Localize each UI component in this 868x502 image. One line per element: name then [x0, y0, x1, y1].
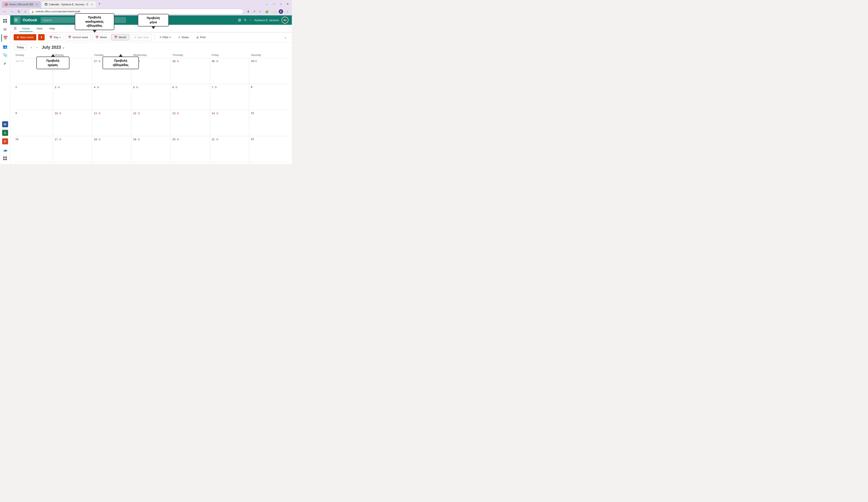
- cal-cell-1-5[interactable]: 7 ⊕: [210, 84, 249, 110]
- user-avatar[interactable]: KI: [281, 17, 288, 23]
- day-view-btn[interactable]: 📅 Day ▾: [46, 34, 63, 40]
- cal-cell-1-3[interactable]: 5 ⊕: [131, 84, 171, 110]
- user-name: Kyriacos E. Iacovou: [255, 19, 279, 22]
- prev-month-btn[interactable]: ‹: [29, 45, 34, 50]
- new-tab-btn[interactable]: +: [97, 2, 103, 6]
- sidebar-icon-people[interactable]: 👥: [1, 43, 9, 50]
- download-icon[interactable]: ⬇: [246, 9, 251, 14]
- close-btn[interactable]: ✕: [285, 2, 291, 6]
- add-event-icon-3-2[interactable]: ⊕: [98, 137, 101, 141]
- cal-cell-0-5[interactable]: 30 ⊕: [210, 58, 249, 84]
- add-event-icon-0-5[interactable]: ⊕: [216, 59, 218, 63]
- annotation-academic-week: Προβολήακαδημαϊκήςεβδομάδας: [75, 13, 114, 30]
- compose-icon[interactable]: ✎: [244, 18, 247, 22]
- next-month-btn[interactable]: ›: [34, 45, 39, 50]
- cal-cell-1-0[interactable]: 2: [14, 84, 53, 110]
- cal-cell-2-6[interactable]: 15: [249, 110, 288, 136]
- cal-cell-0-6[interactable]: Jul 1: [249, 58, 288, 84]
- cal-cell-1-1[interactable]: 3 ⊕: [53, 84, 92, 110]
- month-title[interactable]: July 2023 ⌄: [42, 45, 65, 50]
- sidebar-icon-apps[interactable]: [1, 155, 9, 162]
- cal-cell-3-6[interactable]: 22: [249, 136, 288, 162]
- add-event-icon-3-3[interactable]: ⊕: [137, 137, 140, 141]
- forward-btn[interactable]: →: [9, 9, 15, 14]
- sidebar-toggle-icon[interactable]: ⬜: [271, 9, 277, 14]
- add-event-icon-3-4[interactable]: ⊕: [177, 137, 179, 141]
- home-btn[interactable]: ⌂: [23, 9, 28, 14]
- add-event-icon-0-4[interactable]: ⊕: [177, 59, 179, 63]
- add-event-icon-2-2[interactable]: ⊕: [98, 112, 101, 115]
- cal-cell-1-4[interactable]: 6 ⊕: [171, 84, 210, 110]
- cal-cell-2-3[interactable]: 12 ⊕: [131, 110, 171, 136]
- add-event-icon-3-5[interactable]: ⊕: [216, 137, 218, 141]
- address-bar[interactable]: 🔒 outlook.office.com/calendar/view/month: [29, 9, 243, 14]
- nav-item-home[interactable]: Home: [19, 25, 33, 32]
- browser-tab-home[interactable]: G Home | Microsoft 365 ✕: [2, 1, 41, 8]
- cal-cell-3-2[interactable]: 18 ⊕: [92, 136, 131, 162]
- cal-cell-3-5[interactable]: 21 ⊕: [210, 136, 249, 162]
- add-event-icon-1-2[interactable]: ⊕: [97, 85, 99, 89]
- apps-icon[interactable]: ⊞: [238, 18, 241, 22]
- more-icon[interactable]: ···: [249, 18, 252, 22]
- extensions-icon[interactable]: 🧩: [264, 9, 270, 14]
- split-view-btn[interactable]: ⊡ Split view: [131, 34, 152, 40]
- add-event-icon-1-5[interactable]: ⊕: [215, 85, 217, 89]
- share-icon[interactable]: ↗: [252, 9, 257, 14]
- nav-item-view[interactable]: View: [33, 25, 45, 32]
- new-event-btn[interactable]: ⊞ New event: [14, 34, 36, 40]
- add-event-icon-0-2[interactable]: ⊕: [98, 59, 101, 63]
- add-event-icon-2-1[interactable]: ⊕: [59, 112, 62, 115]
- browser-tab-calendar[interactable]: 📅 Calendar - Kyriacos E. Iacovou - C ✕: [42, 1, 96, 8]
- sidebar-icon-onedrive[interactable]: ☁: [1, 146, 9, 154]
- sidebar-icon-excel[interactable]: X: [1, 129, 9, 137]
- tab-label-home: Home | Microsoft 365: [9, 3, 33, 6]
- filter-btn[interactable]: ≡ Filter ▾: [157, 34, 174, 40]
- maximize-btn[interactable]: □: [278, 2, 284, 6]
- browser-menu-icon[interactable]: ⋮: [285, 9, 290, 14]
- add-event-icon-2-4[interactable]: ⊕: [177, 112, 179, 115]
- cal-cell-2-2[interactable]: 11 ⊕: [92, 110, 131, 136]
- add-event-icon-1-3[interactable]: ⊕: [136, 85, 138, 89]
- star-icon[interactable]: ☆: [258, 9, 263, 14]
- sidebar-icon-todo[interactable]: ✔: [1, 60, 9, 67]
- sidebar-icon-ppt[interactable]: P: [1, 137, 9, 145]
- browser-user-avatar[interactable]: K: [278, 9, 284, 14]
- add-event-icon-2-3[interactable]: ⊕: [137, 112, 140, 115]
- school-week-view-btn[interactable]: 📅 School week: [65, 34, 91, 40]
- cal-cell-3-4[interactable]: 20 ⊕: [171, 136, 210, 162]
- new-event-dropdown-btn[interactable]: ▼: [38, 34, 44, 40]
- nav-chevron-btn[interactable]: ⌄: [264, 2, 270, 6]
- print-btn[interactable]: 🖨 Print: [193, 34, 208, 40]
- cal-cell-3-1[interactable]: 17 ⊕: [53, 136, 92, 162]
- add-event-icon-2-5[interactable]: ⊕: [216, 112, 218, 115]
- back-btn[interactable]: ←: [2, 9, 8, 14]
- cal-cell-2-0[interactable]: 9: [14, 110, 53, 136]
- refresh-btn[interactable]: ↻: [16, 9, 22, 14]
- collapse-btn[interactable]: ⌄: [282, 34, 288, 40]
- add-event-icon-3-1[interactable]: ⊕: [59, 137, 62, 141]
- cal-cell-0-4[interactable]: 29 ⊕: [171, 58, 210, 84]
- minimize-btn[interactable]: —: [270, 2, 278, 6]
- add-event-icon-1-4[interactable]: ⊕: [175, 85, 178, 89]
- today-btn[interactable]: Today: [14, 44, 27, 50]
- month-view-btn[interactable]: 📅 Month: [111, 34, 129, 40]
- tab-close-calendar[interactable]: ✕: [91, 3, 93, 6]
- sidebar-icon-word[interactable]: W: [1, 121, 9, 128]
- hamburger-icon[interactable]: ☰: [14, 27, 17, 31]
- cal-cell-3-3[interactable]: 19 ⊕: [131, 136, 171, 162]
- sidebar-icon-calendar[interactable]: 📅: [1, 34, 9, 42]
- nav-item-help[interactable]: Help: [46, 25, 58, 32]
- sidebar-icon-paperclip[interactable]: 📎: [1, 51, 9, 59]
- add-event-icon-1-1[interactable]: ⊕: [58, 85, 60, 89]
- cal-cell-3-0[interactable]: 16: [14, 136, 53, 162]
- share-btn[interactable]: ↗ Share: [175, 34, 192, 40]
- cal-cell-2-5[interactable]: 14 ⊕: [210, 110, 249, 136]
- sidebar-icon-grid[interactable]: [1, 17, 9, 25]
- week-view-btn[interactable]: 📅 Week: [93, 34, 110, 40]
- cal-cell-1-2[interactable]: 4 ⊕: [92, 84, 131, 110]
- cal-cell-2-4[interactable]: 13 ⊕: [171, 110, 210, 136]
- cal-cell-1-6[interactable]: 8: [249, 84, 288, 110]
- sidebar-icon-mail[interactable]: ✉: [1, 25, 9, 33]
- tab-close-home[interactable]: ✕: [36, 3, 38, 6]
- cal-cell-2-1[interactable]: 10 ⊕: [53, 110, 92, 136]
